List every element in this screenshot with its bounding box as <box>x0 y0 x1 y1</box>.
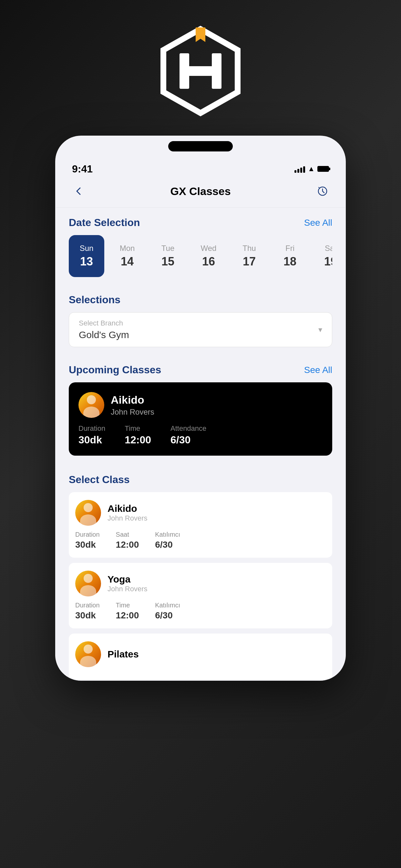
status-time: 9:41 <box>72 163 93 175</box>
date-item-sun[interactable]: Sun 13 <box>69 235 104 277</box>
aikido-duration-value: 30dk <box>75 539 100 550</box>
aikido-duration-label: Duration <box>75 531 100 538</box>
yoga-name: Yoga <box>107 574 148 585</box>
date-day-num-mon: 14 <box>121 255 134 268</box>
select-class-title: Select Class <box>69 474 130 486</box>
selections-title: Selections <box>69 294 120 306</box>
date-item-wed[interactable]: Wed 16 <box>191 235 226 277</box>
yoga-info: Yoga John Rovers <box>107 574 148 593</box>
yoga-duration-value: 30dk <box>75 610 100 621</box>
date-item-fri[interactable]: Fri 18 <box>272 235 308 277</box>
aikido-stats: Duration 30dk Saat 12:00 Katılımcı 6/30 <box>75 531 326 550</box>
svg-marker-4 <box>196 27 205 42</box>
aikido-duration-stat: Duration 30dk <box>75 531 100 550</box>
date-day-num-tue: 15 <box>161 255 174 268</box>
yoga-header: Yoga John Rovers <box>75 570 326 596</box>
class-list-item-aikido[interactable]: Aikido John Rovers Duration 30dk Saat 12… <box>69 492 332 558</box>
select-class-header: Select Class <box>69 465 332 492</box>
date-day-num-sat: 19 <box>324 255 332 268</box>
pilates-instructor-avatar <box>75 641 101 667</box>
aikido-time-value: 12:00 <box>116 539 139 550</box>
yoga-time-value: 12:00 <box>116 610 139 621</box>
yoga-instructor: John Rovers <box>107 585 148 593</box>
chevron-down-icon: ▾ <box>318 325 322 334</box>
featured-duration-stat: Duration 30dk <box>79 424 105 446</box>
date-day-num-sun: 13 <box>80 255 93 268</box>
aikido-instructor: John Rovers <box>107 514 148 523</box>
date-picker: Sun 13 Mon 14 Tue 15 Wed 16 Thu 17 <box>69 235 332 285</box>
date-day-num-wed: 16 <box>202 255 215 268</box>
branch-dropdown-label: Select Branch <box>79 319 322 328</box>
upcoming-classes-title: Upcoming Classes <box>69 364 161 376</box>
class-list-item-yoga[interactable]: Yoga John Rovers Duration 30dk Time 12:0… <box>69 563 332 628</box>
yoga-time-label: Time <box>116 601 139 609</box>
date-item-sat[interactable]: Sat 19 <box>313 235 332 277</box>
featured-time-label: Time <box>125 424 151 433</box>
class-list-item-pilates[interactable]: Pilates <box>69 633 332 680</box>
date-see-all-link[interactable]: See All <box>304 218 332 228</box>
history-button[interactable] <box>313 182 332 201</box>
battery-icon <box>317 166 329 172</box>
pilates-info: Pilates <box>107 649 139 660</box>
back-button[interactable] <box>69 182 88 201</box>
branch-dropdown[interactable]: Select Branch Gold's Gym ▾ <box>69 312 332 347</box>
pilates-name: Pilates <box>107 649 139 660</box>
featured-attendance-value: 6/30 <box>171 434 206 446</box>
page-title: GX Classes <box>170 185 230 197</box>
app-logo <box>155 26 246 116</box>
featured-class-header: Aikido John Rovers <box>79 392 322 418</box>
featured-class-name: Aikido <box>111 394 154 406</box>
date-day-name-tue: Tue <box>161 244 174 253</box>
date-item-tue[interactable]: Tue 15 <box>150 235 186 277</box>
logo-container <box>155 26 246 116</box>
aikido-attendance-label: Katılımcı <box>155 531 180 538</box>
aikido-name: Aikido <box>107 503 148 514</box>
date-item-thu[interactable]: Thu 17 <box>232 235 267 277</box>
featured-class-card[interactable]: Aikido John Rovers Duration 30dk Time 12… <box>69 382 332 456</box>
featured-class-stats: Duration 30dk Time 12:00 Attendance 6/30 <box>79 424 322 446</box>
aikido-header: Aikido John Rovers <box>75 500 326 526</box>
phone-mockup: 9:41 ▲ GX Classes <box>55 135 346 681</box>
wifi-icon: ▲ <box>308 165 315 173</box>
svg-rect-3 <box>180 66 221 76</box>
signal-bars-icon <box>295 165 305 173</box>
date-day-num-thu: 17 <box>243 255 256 268</box>
date-day-name-wed: Wed <box>201 244 217 253</box>
date-day-name-fri: Fri <box>285 244 295 253</box>
aikido-info: Aikido John Rovers <box>107 503 148 523</box>
date-day-name-sun: Sun <box>80 244 94 253</box>
pilates-header: Pilates <box>75 641 326 667</box>
featured-instructor-avatar <box>79 392 104 418</box>
yoga-instructor-avatar <box>75 570 101 596</box>
selections-header: Selections <box>69 285 332 312</box>
nav-bar: GX Classes <box>56 178 345 208</box>
date-day-name-thu: Thu <box>243 244 256 253</box>
content-area: Date Selection See All Sun 13 Mon 14 Tue… <box>56 208 345 680</box>
yoga-duration-label: Duration <box>75 601 100 609</box>
date-selection-header: Date Selection See All <box>69 208 332 235</box>
aikido-attendance-stat: Katılımcı 6/30 <box>155 531 180 550</box>
date-day-num-fri: 18 <box>283 255 297 268</box>
date-day-name-mon: Mon <box>120 244 135 253</box>
aikido-instructor-avatar <box>75 500 101 526</box>
date-day-name-sat: Sat <box>325 244 332 253</box>
yoga-attendance-label: Katılımcı <box>155 601 180 609</box>
featured-duration-label: Duration <box>79 424 105 433</box>
branch-dropdown-value: Gold's Gym <box>79 330 322 340</box>
status-icons: ▲ <box>295 165 329 173</box>
aikido-attendance-value: 6/30 <box>155 539 180 550</box>
phone-top-area <box>56 136 345 156</box>
aikido-time-label: Saat <box>116 531 139 538</box>
featured-instructor-name: John Rovers <box>111 407 154 416</box>
upcoming-see-all-link[interactable]: See All <box>304 365 332 375</box>
date-item-mon[interactable]: Mon 14 <box>110 235 145 277</box>
yoga-stats: Duration 30dk Time 12:00 Katılımcı 6/30 <box>75 601 326 621</box>
dynamic-island <box>168 141 233 151</box>
aikido-time-stat: Saat 12:00 <box>116 531 139 550</box>
yoga-duration-stat: Duration 30dk <box>75 601 100 621</box>
featured-duration-value: 30dk <box>79 434 105 446</box>
status-bar: 9:41 ▲ <box>56 156 345 178</box>
featured-class-info: Aikido John Rovers <box>111 394 154 416</box>
featured-time-stat: Time 12:00 <box>125 424 151 446</box>
yoga-attendance-stat: Katılımcı 6/30 <box>155 601 180 621</box>
